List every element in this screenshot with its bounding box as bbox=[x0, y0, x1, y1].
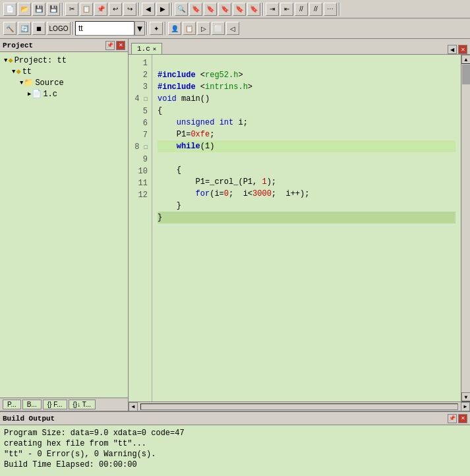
line-2: #include <intrins.h> bbox=[158, 82, 252, 92]
line-1: #include <reg52.h> bbox=[158, 71, 243, 80]
folder-icon: 📁 bbox=[24, 78, 34, 88]
build-output-title: Build Output bbox=[3, 415, 55, 423]
bookmark3-btn[interactable]: 🔖 bbox=[218, 3, 231, 16]
rebuild-btn[interactable]: 🔄 bbox=[18, 22, 31, 35]
tab-1c[interactable]: 1.c ✕ bbox=[131, 43, 162, 54]
panel-title: Project bbox=[3, 42, 33, 49]
redo-btn[interactable]: ↪ bbox=[123, 3, 136, 16]
sep1 bbox=[62, 3, 63, 16]
paste-btn[interactable]: 📌 bbox=[94, 3, 107, 16]
outdent-btn[interactable]: ⇤ bbox=[280, 3, 293, 16]
vscroll-thumb[interactable] bbox=[462, 65, 470, 84]
panel-pin-btn[interactable]: 📌 bbox=[105, 41, 115, 50]
target-input[interactable]: tt bbox=[75, 21, 134, 36]
build-close-btn[interactable]: ✕ bbox=[458, 414, 467, 423]
proj-tab[interactable]: P... bbox=[3, 400, 21, 409]
hscroll-track[interactable] bbox=[140, 403, 458, 410]
new-btn[interactable]: 📄 bbox=[3, 3, 16, 16]
tt-expand-icon[interactable]: ▼ bbox=[12, 69, 15, 75]
tab-nav: ◀ ✕ bbox=[448, 45, 467, 54]
undo-btn[interactable]: ↩ bbox=[109, 3, 122, 16]
tab-nav-close[interactable]: ✕ bbox=[458, 45, 467, 54]
project-tree: ▼ ◆ Project: tt ▼ ◆ tt ▼ 📁 Source ▶ 📄 1.… bbox=[0, 52, 128, 398]
ln-6: 6 bbox=[132, 117, 148, 129]
vscroll-down[interactable]: ▼ bbox=[461, 392, 470, 402]
books-tab[interactable]: B... bbox=[22, 400, 42, 409]
build-line-1: Program Size: data=9.0 xdata=0 code=47 bbox=[4, 428, 466, 438]
cut-btn[interactable]: ✂ bbox=[65, 3, 78, 16]
tree-source[interactable]: ▼ 📁 Source bbox=[18, 77, 125, 88]
save-btn[interactable]: 💾 bbox=[32, 3, 45, 16]
source-expand-icon[interactable]: ▼ bbox=[20, 80, 23, 86]
sep7 bbox=[146, 22, 148, 35]
debug-btn5[interactable]: ◁ bbox=[226, 22, 239, 35]
source-label: Source bbox=[35, 78, 63, 88]
debug-btn3[interactable]: ▷ bbox=[197, 22, 210, 35]
tree-tt[interactable]: ▼ ◆ tt bbox=[11, 66, 125, 77]
target-dropdown[interactable]: ▼ bbox=[134, 21, 145, 36]
bookmark2-btn[interactable]: 🔖 bbox=[204, 3, 217, 16]
stop-btn[interactable]: ⏹ bbox=[32, 22, 45, 35]
panel-titlebar: Project 📌 ✕ bbox=[0, 39, 128, 52]
tab-close-icon[interactable]: ✕ bbox=[153, 45, 156, 53]
tt-label: tt bbox=[22, 67, 32, 76]
line-9: P1=_crol_(P1, 1); bbox=[158, 177, 276, 187]
build-line-4: Build Time Elapsed: 00:00:00 bbox=[4, 460, 466, 470]
build-pin-btn[interactable]: 📌 bbox=[448, 414, 457, 423]
ln-8: 8 □ bbox=[132, 141, 148, 154]
root-expand-icon[interactable]: ▼ bbox=[4, 57, 7, 64]
line-6: P1=0xfe; bbox=[158, 130, 214, 139]
save-all-btn[interactable]: 💾 bbox=[47, 3, 60, 16]
open-btn[interactable]: 📂 bbox=[18, 3, 31, 16]
extra-btn[interactable]: ⋯ bbox=[324, 3, 337, 16]
sep3 bbox=[171, 3, 173, 16]
ln-7: 7 bbox=[132, 129, 148, 141]
tab-nav-left[interactable]: ◀ bbox=[448, 45, 457, 54]
line-5: unsigned int i; bbox=[158, 118, 248, 127]
build-output-content: Program Size: data=9.0 xdata=0 code=47 c… bbox=[0, 425, 470, 476]
tmpl-tab[interactable]: {}↓ T... bbox=[69, 400, 96, 409]
line-4: { bbox=[158, 106, 162, 115]
tab-label: 1.c bbox=[137, 45, 150, 53]
bookmark-btn[interactable]: 🔖 bbox=[189, 3, 202, 16]
ln-2: 2 bbox=[132, 69, 148, 81]
magic-btn[interactable]: ✦ bbox=[150, 22, 163, 35]
nav-back-btn[interactable]: ◀ bbox=[142, 3, 155, 16]
vscroll-up[interactable]: ▲ bbox=[461, 55, 470, 64]
tree-root[interactable]: ▼ ◆ Project: tt bbox=[3, 55, 125, 66]
bookmark5-btn[interactable]: 🔖 bbox=[247, 3, 260, 16]
ln-12: 12 bbox=[132, 189, 148, 201]
vscroll-track[interactable] bbox=[461, 64, 470, 392]
code-scroll-area[interactable]: 1 2 3 4 □ 5 6 7 8 □ 9 10 11 12 #include … bbox=[129, 55, 461, 402]
tt-icon: ◆ bbox=[16, 67, 20, 76]
debug-btn1[interactable]: 👤 bbox=[168, 22, 181, 35]
find-btn[interactable]: 🔍 bbox=[175, 3, 188, 16]
logo-btn[interactable]: LOGO bbox=[47, 22, 71, 35]
build-btn[interactable]: 🔨 bbox=[3, 22, 16, 35]
file-expand-icon[interactable]: ▶ bbox=[28, 90, 31, 98]
copy-btn[interactable]: 📋 bbox=[80, 3, 93, 16]
comment-btn[interactable]: // bbox=[295, 3, 308, 16]
panel-title-buttons: 📌 ✕ bbox=[105, 41, 125, 50]
sep5 bbox=[339, 3, 340, 16]
indent-btn[interactable]: ⇥ bbox=[266, 3, 279, 16]
debug-btn2[interactable]: 📋 bbox=[183, 22, 196, 35]
debug-btn4[interactable]: ⬜ bbox=[212, 22, 225, 35]
build-output-titlebar: Build Output 📌 ✕ bbox=[0, 412, 470, 425]
nav-fwd-btn[interactable]: ▶ bbox=[156, 3, 169, 16]
uncomment-btn[interactable]: // bbox=[309, 3, 322, 16]
funcs-tab[interactable]: {} F... bbox=[43, 400, 67, 409]
code-content[interactable]: #include <reg52.h> #include <intrins.h> … bbox=[152, 55, 461, 402]
ln-11: 11 bbox=[132, 177, 148, 189]
editor-vscroll[interactable]: ▲ ▼ bbox=[461, 55, 470, 402]
hscroll-left[interactable]: ◀ bbox=[129, 402, 138, 411]
panel-close-btn[interactable]: ✕ bbox=[116, 41, 125, 50]
line-7: while(1) bbox=[158, 140, 455, 152]
sep4 bbox=[262, 3, 264, 16]
file-icon: 📄 bbox=[32, 89, 42, 99]
sep6 bbox=[73, 22, 74, 35]
line-11: } bbox=[158, 201, 181, 210]
tree-file-1c[interactable]: ▶ 📄 1.c bbox=[26, 88, 125, 100]
hscroll-right[interactable]: ▶ bbox=[461, 402, 470, 411]
bookmark4-btn[interactable]: 🔖 bbox=[233, 3, 246, 16]
